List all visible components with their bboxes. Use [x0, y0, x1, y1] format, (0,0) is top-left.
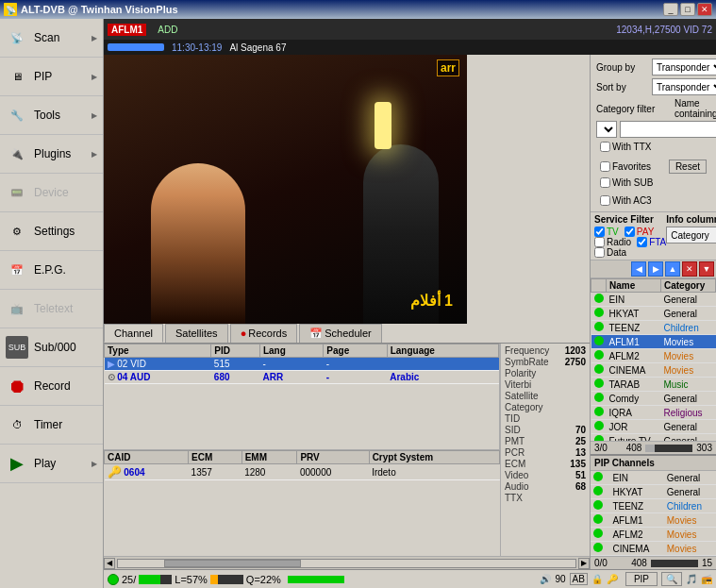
radio-checkbox[interactable] — [594, 237, 605, 247]
list-item[interactable]: CINEMA Movies — [591, 542, 716, 556]
list-item[interactable]: HKYAT General — [591, 485, 716, 499]
app-icon: 📡 — [4, 3, 17, 16]
sidebar-item-pip[interactable]: 🖥 PIP ▶ — [0, 58, 103, 96]
ch-list-btn1[interactable]: ◀ — [631, 261, 646, 277]
maximize-button[interactable]: □ — [680, 3, 695, 16]
name-containing-input[interactable] — [620, 121, 716, 138]
radio-icon: 📻 — [701, 574, 712, 584]
signal-percent: 25/ — [122, 574, 136, 585]
close-button[interactable]: ✕ — [697, 3, 712, 16]
favorites-label: Favorites — [612, 161, 651, 172]
sidebar: 📡 Scan ▶ 🖥 PIP ▶ 🔧 Tools ▶ 🔌 Plugins ▶ 📟… — [0, 19, 104, 588]
pay-checkbox[interactable] — [624, 227, 635, 237]
tab-scheduler[interactable]: 📅Scheduler — [299, 324, 382, 343]
channel-count-bar: 3/0 408 303 — [591, 441, 716, 454]
sidebar-item-settings[interactable]: ⚙ Settings — [0, 212, 103, 251]
table-row[interactable]: HKYAT General — [591, 307, 716, 321]
video-channel-logo: arr — [437, 59, 459, 76]
table-row[interactable]: IQRA Religious — [591, 406, 716, 420]
favorites-checkbox[interactable] — [600, 161, 610, 172]
sidebar-item-sub[interactable]: SUB Sub/000 — [0, 328, 103, 367]
lock-icon: 🔒 — [591, 574, 603, 584]
pip-indicator — [593, 486, 603, 496]
ch-indicator — [594, 364, 604, 374]
table-row[interactable]: AFLM2 Movies — [591, 349, 716, 363]
channel-list: Name Category EIN General — [591, 278, 716, 441]
sidebar-label-epg: E.P.G. — [34, 263, 97, 277]
pip-scrollbar[interactable] — [651, 560, 698, 567]
sidebar-item-epg[interactable]: 📅 E.P.G. — [0, 251, 103, 290]
ch-list-btn5[interactable]: ▼ — [699, 261, 714, 277]
table-row[interactable]: EIN General — [591, 293, 716, 307]
list-item[interactable]: EIN General — [591, 471, 716, 485]
radio-label: Radio — [607, 237, 631, 247]
ch-list-btn2[interactable]: ▶ — [648, 261, 663, 277]
level-label: L=57% — [175, 574, 208, 585]
table-row[interactable]: ⊙ 04 AUD 680 ARR - Arabic — [105, 371, 499, 384]
minimize-button[interactable]: _ — [663, 3, 678, 16]
group-by-select1[interactable]: Transponder — [652, 59, 716, 76]
pip-count-mid: 408 — [631, 558, 647, 568]
ch-indicator — [594, 421, 604, 430]
ch-scrollbar[interactable] — [645, 445, 692, 452]
crypt-col-emm: EMM — [241, 451, 297, 464]
sidebar-item-timer[interactable]: ⏱ Timer — [0, 406, 103, 445]
fta-checkbox[interactable] — [637, 237, 647, 247]
sidebar-item-record[interactable]: ⏺ Record — [0, 367, 103, 406]
video-area[interactable]: arr 1 أفلام — [104, 55, 467, 324]
ch-name: CINEMA — [607, 363, 661, 378]
frequency-panel: Frequency1203 SymbRate2750 Polarity Vite… — [500, 344, 590, 556]
plugins-icon: 🔌 — [6, 143, 28, 165]
pip-button[interactable]: PIP — [625, 572, 658, 586]
scroll-right-btn[interactable]: ▶ — [578, 558, 590, 569]
ch-indicator — [594, 308, 604, 317]
tab-records[interactable]: ●Records — [230, 324, 298, 343]
ch-list-btn3[interactable]: ▲ — [665, 261, 680, 277]
ch-name: HKYAT — [607, 307, 661, 321]
table-row[interactable]: JOR General — [591, 420, 716, 434]
ch-indicator — [594, 378, 604, 388]
scroll-track[interactable] — [117, 559, 576, 568]
scroll-left-btn[interactable]: ◀ — [104, 558, 115, 569]
table-row[interactable]: AFLM1 Movies — [591, 335, 716, 349]
ch-name: AFLM1 — [607, 335, 661, 349]
ch-count-right: 303 — [696, 443, 712, 453]
list-item[interactable]: TEENZ Children — [591, 499, 716, 513]
tab-channel[interactable]: Channel — [104, 324, 163, 343]
sidebar-item-scan[interactable]: 📡 Scan ▶ — [0, 19, 103, 58]
tab-satellites[interactable]: Satellites — [165, 324, 228, 343]
search-button[interactable]: 🔍 — [661, 572, 682, 586]
sidebar-label-settings: Settings — [34, 225, 97, 238]
sort-by-select1[interactable]: Transponder — [652, 78, 716, 95]
table-row[interactable]: Future TV General — [591, 434, 716, 442]
list-item[interactable]: AFLM1 Movies — [591, 513, 716, 528]
filter-checkboxes: With TTX Favorites Reset — [596, 140, 710, 176]
sidebar-item-plugins[interactable]: 🔌 Plugins ▶ — [0, 135, 103, 174]
table-row[interactable]: TARAB Music — [591, 378, 716, 392]
volume-icon: 🔊 — [540, 574, 551, 584]
ch-category: General — [660, 420, 715, 434]
table-row[interactable]: CINEMA Movies — [591, 363, 716, 378]
list-item[interactable]: AFLM2 Movies — [591, 528, 716, 542]
name-containing-label: Name containing — [674, 98, 716, 119]
ch-list-btn4[interactable]: ✕ — [682, 261, 697, 277]
horizontal-scrollbar[interactable]: ◀ ▶ — [104, 556, 590, 569]
scroll-thumb[interactable] — [164, 560, 302, 567]
table-row[interactable]: 🔑 0604 1357 1280 000000 Irdeto — [105, 464, 500, 480]
channel-time: 11:30-13:19 — [172, 42, 222, 53]
data-checkbox[interactable] — [594, 247, 605, 258]
info-column-select[interactable]: Category — [666, 227, 716, 244]
tv-checkbox[interactable] — [594, 227, 605, 237]
sidebar-item-tools[interactable]: 🔧 Tools ▶ — [0, 96, 103, 135]
with-ttx-checkbox[interactable] — [600, 142, 610, 152]
table-row[interactable]: ▶ 02 VID 515 - - — [105, 358, 499, 371]
with-sub-checkbox[interactable] — [600, 177, 610, 188]
sidebar-item-play[interactable]: ▶ Play ▶ — [0, 445, 103, 483]
category-filter-select[interactable] — [596, 121, 617, 138]
with-ac3-checkbox[interactable] — [600, 195, 610, 206]
table-row[interactable]: Comdy General — [591, 392, 716, 406]
table-row[interactable]: TEENZ Children — [591, 321, 716, 335]
ch-scroll-thumb[interactable] — [645, 445, 655, 452]
reset-button[interactable]: Reset — [669, 160, 707, 174]
scan-arrow-icon: ▶ — [92, 34, 97, 42]
